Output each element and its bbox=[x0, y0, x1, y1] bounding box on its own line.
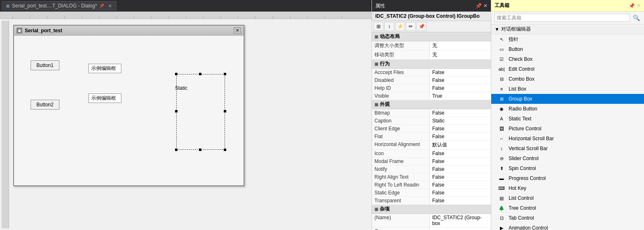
handle-mr[interactable] bbox=[224, 110, 226, 113]
toolbox-item-spin[interactable]: ⬆ Spin Control bbox=[491, 163, 644, 173]
dialog-window[interactable]: ▣ Serial_port_test ✕ Button1 示例编辑框 Stati… bbox=[13, 25, 244, 186]
prop-rightalign-value[interactable]: False bbox=[430, 173, 491, 181]
toolbox-item-label: List Box bbox=[509, 86, 526, 92]
toolbox-item-picture[interactable]: 🖼 Picture Control bbox=[491, 124, 644, 134]
toolbox-item-edit[interactable]: ab| Edit Control bbox=[491, 64, 644, 74]
prop-name-value[interactable]: IDC_STATIC2 (Group-box bbox=[430, 214, 491, 227]
prop-row: Flat False bbox=[372, 133, 491, 141]
dialog-edit1[interactable]: 示例编辑框 bbox=[88, 64, 121, 73]
ruler-tick bbox=[342, 16, 359, 19]
toolbox-section-header[interactable]: ▼ 对话框编辑器 bbox=[491, 24, 644, 34]
tab-pin-icon[interactable]: 📌 bbox=[99, 4, 104, 8]
prop-caption-value[interactable]: Static bbox=[430, 117, 491, 125]
prop-staticedge-value[interactable]: False bbox=[430, 189, 491, 196]
handle-tl[interactable] bbox=[175, 73, 178, 75]
prop-disabled-value[interactable]: False bbox=[430, 77, 491, 84]
prop-row: Client Edge False bbox=[372, 125, 491, 133]
handle-tr[interactable] bbox=[224, 73, 226, 75]
prop-disabled-label: Disabled bbox=[372, 77, 430, 84]
prop-tool-pin[interactable]: 📌 bbox=[417, 22, 426, 31]
handle-br[interactable] bbox=[224, 149, 226, 151]
toolbox-item-slider[interactable]: ⊖ Slider Control bbox=[491, 153, 644, 163]
prop-row: Help ID False bbox=[372, 84, 491, 92]
dialog-edit2[interactable]: 示例编辑框 bbox=[88, 93, 121, 103]
toolbox-search-input[interactable] bbox=[495, 14, 630, 22]
toolbox-item-label: Vertical Scroll Bar bbox=[509, 146, 548, 151]
prop-row: Notify False bbox=[372, 165, 491, 173]
handle-ml[interactable] bbox=[175, 110, 178, 113]
prop-group-appearance[interactable]: ▣ 外观 bbox=[372, 100, 491, 109]
prop-modalframe-value[interactable]: False bbox=[430, 158, 491, 165]
close-icon[interactable]: ✕ bbox=[483, 3, 488, 9]
toolbox-pin[interactable]: 📌 ✕ bbox=[629, 3, 641, 9]
prop-caption-label: Caption bbox=[372, 117, 430, 125]
toolbox-item-button[interactable]: ▭ Button bbox=[491, 44, 644, 54]
toolbox-close-icon[interactable]: ✕ bbox=[637, 3, 641, 9]
prop-flat-value[interactable]: False bbox=[430, 133, 491, 140]
properties-panel-pin[interactable]: 📌 ✕ bbox=[476, 3, 488, 9]
toolbox-item-listbox[interactable]: ≡ List Box bbox=[491, 84, 644, 94]
prop-tool-events[interactable]: ⚡ bbox=[395, 22, 405, 31]
prop-halign-value[interactable]: 默认值 bbox=[430, 141, 491, 149]
slider-icon: ⊖ bbox=[498, 155, 505, 162]
prop-resize-type-value[interactable]: 无 bbox=[430, 41, 491, 50]
toolbox-item-pointer[interactable]: ↖ 指针 bbox=[491, 34, 644, 44]
dialog-window-close-btn[interactable]: ✕ bbox=[234, 27, 241, 34]
toolbox-item-label: List Control bbox=[509, 195, 534, 201]
prop-row: Icon False bbox=[372, 150, 491, 158]
prop-rtlreading-value[interactable]: False bbox=[430, 181, 491, 189]
toolbox-search-btn[interactable]: 🔍 bbox=[632, 13, 641, 22]
toolbox-item-listctrl[interactable]: ▤ List Control bbox=[491, 193, 644, 203]
ruler-tick bbox=[134, 16, 151, 19]
toolbox-item-label: Check Box bbox=[509, 56, 533, 62]
prop-visible-value[interactable]: True bbox=[430, 92, 491, 100]
toolbox-item-label: Picture Control bbox=[509, 126, 541, 132]
prop-group-dynamic-layout[interactable]: ▣ 动态布局 bbox=[372, 32, 491, 41]
prop-table[interactable]: ▣ 动态布局 调整大小类型 无 移动类型 无 ▣ 行为 Acccept File… bbox=[372, 32, 491, 230]
handle-tc[interactable] bbox=[199, 73, 201, 75]
prop-group-value[interactable] bbox=[430, 228, 491, 230]
handle-bl[interactable] bbox=[175, 149, 178, 151]
prop-notify-value[interactable]: False bbox=[430, 165, 491, 173]
dialog-content[interactable]: Button1 示例编辑框 Static bbox=[14, 36, 244, 185]
toolbox-item-combobox[interactable]: ⊟ Combo Box bbox=[491, 74, 644, 84]
prop-group-misc[interactable]: ▣ 杂项 bbox=[372, 205, 491, 214]
dialog-button1[interactable]: Button1 bbox=[31, 60, 59, 70]
toolbox-item-vscroll[interactable]: ↕ Vertical Scroll Bar bbox=[491, 144, 644, 153]
dialog-tab[interactable]: ⊞ Serial_port_test....T_DIALOG - Dialog*… bbox=[2, 1, 116, 10]
prop-group-behavior[interactable]: ▣ 行为 bbox=[372, 60, 491, 69]
prop-tool-pen[interactable]: ✏ bbox=[406, 22, 416, 31]
prop-row: 调整大小类型 无 bbox=[372, 41, 491, 50]
toolbox-item-label: Progress Control bbox=[509, 175, 546, 181]
prop-halign-label: Horizontal Alignment bbox=[372, 141, 430, 149]
toolbox-item-checkbox[interactable]: ☑ Check Box bbox=[491, 54, 644, 64]
dialog-canvas[interactable]: ▣ Serial_port_test ✕ Button1 示例编辑框 Stati… bbox=[9, 21, 370, 228]
handle-bc[interactable] bbox=[199, 149, 201, 151]
prop-rightalign-label: Right Align Text bbox=[372, 173, 430, 181]
prop-helpid-value[interactable]: False bbox=[430, 84, 491, 92]
prop-clientedge-value[interactable]: False bbox=[430, 125, 491, 132]
toolbox-item-treectrl[interactable]: 🌲 Tree Control bbox=[491, 203, 644, 213]
prop-move-type-value[interactable]: 无 bbox=[430, 50, 491, 59]
tab-close-btn[interactable]: ✕ bbox=[108, 3, 112, 9]
prop-bitmap-value[interactable]: False bbox=[430, 109, 491, 117]
hotkey-icon: ⌨ bbox=[498, 184, 505, 192]
dialog-button2[interactable]: Button2 bbox=[31, 100, 59, 110]
toolbox-item-progress[interactable]: ▬ Progress Control bbox=[491, 173, 644, 183]
selected-groupbox[interactable]: Static bbox=[175, 73, 187, 79]
toolbox-item-groupbox[interactable]: ⊞ Group Box bbox=[491, 94, 644, 104]
toolbox-item-tabctrl[interactable]: ⊡ Tab Control bbox=[491, 213, 644, 223]
toolbox-item-hscroll[interactable]: ↔ Horizontal Scroll Bar bbox=[491, 134, 644, 144]
prop-rtlreading-label: Right To Left Readin bbox=[372, 181, 430, 189]
toolbox-item-statictext[interactable]: A Static Text bbox=[491, 114, 644, 124]
prop-tool-sort[interactable]: ↕ bbox=[384, 22, 394, 31]
toolbox-item-hotkey[interactable]: ⌨ Hot Key bbox=[491, 183, 644, 193]
prop-row: Bitmap False bbox=[372, 109, 491, 117]
prop-tool-grid[interactable]: ⊞ bbox=[374, 22, 384, 31]
prop-transparent-value[interactable]: False bbox=[430, 197, 491, 204]
prop-accept-files-value[interactable]: False bbox=[430, 69, 491, 76]
toolbox-item-animation[interactable]: ▶ Animation Control bbox=[491, 223, 644, 230]
prop-icon-value[interactable]: False bbox=[430, 150, 491, 157]
toolbox-item-radio[interactable]: ◉ Radio Button bbox=[491, 104, 644, 114]
prop-move-type-label: 移动类型 bbox=[372, 50, 430, 59]
